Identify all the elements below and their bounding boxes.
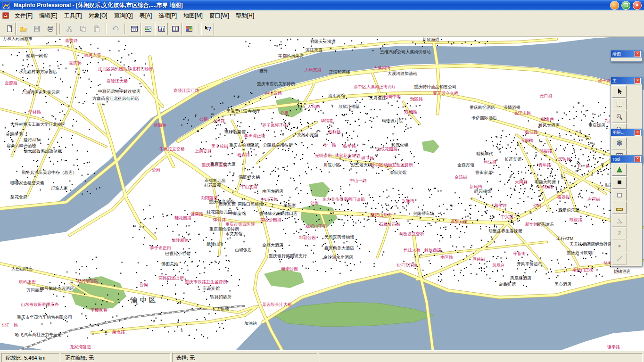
menu-map[interactable]: 地图[M] bbox=[180, 11, 206, 20]
toolbar-open-button[interactable] bbox=[17, 23, 29, 35]
map-window-icon[interactable] bbox=[2, 12, 9, 19]
menu-tools[interactable]: 工具[T] bbox=[61, 11, 85, 20]
map-label: 嘉滨路 bbox=[69, 61, 82, 66]
printer-icon bbox=[47, 25, 54, 33]
toolbar-separator bbox=[124, 24, 125, 34]
palette-layers-close-button[interactable]: × bbox=[635, 130, 641, 136]
palette-main-marquee-button[interactable] bbox=[612, 98, 627, 110]
palette-tool-runner-button[interactable] bbox=[612, 164, 627, 176]
map-label: 体育路 bbox=[213, 217, 226, 222]
map-label: 守备街 bbox=[513, 251, 526, 256]
map-label: 两路口派出所 bbox=[158, 276, 184, 280]
map-label: 南纪门正街 bbox=[572, 268, 594, 272]
palette-tool-blacksquare-button[interactable] bbox=[612, 176, 627, 189]
map-label: 容豪六味合酒楼 bbox=[7, 143, 36, 148]
restore-button[interactable] bbox=[621, 1, 630, 10]
map-label: 正清和茶楼 bbox=[329, 70, 350, 74]
district-label: 渝中区 bbox=[131, 296, 158, 304]
palette-tool-close-button[interactable]: × bbox=[635, 156, 641, 162]
map-label: 金鑫宾馆 bbox=[499, 282, 516, 287]
toolbar-new-browser-button[interactable] bbox=[128, 23, 140, 35]
app-icon bbox=[2, 1, 10, 9]
map-label: 胜利路 bbox=[328, 130, 341, 134]
map-label: 渝大邮政局邮政储蓄 bbox=[24, 149, 62, 154]
undo-icon bbox=[112, 25, 119, 33]
window-title: MapInfo Professional - [休闲娱乐,文化媒体,市区综合,.… bbox=[14, 1, 608, 9]
palette-main-titlebar[interactable]: 主× bbox=[611, 77, 642, 84]
palette-drawing-titlebar[interactable]: 绘图× bbox=[611, 50, 642, 58]
map-label: 勤务兵汽车美容中心（总店） bbox=[22, 170, 77, 175]
menu-help[interactable]: 帮助[H] bbox=[232, 11, 257, 20]
map-label: 三维汽修公司大溪沟快修站 bbox=[380, 49, 431, 54]
map-label: 沧白路 bbox=[540, 93, 553, 98]
toolbar-new-graph-button[interactable] bbox=[155, 23, 168, 35]
map-label: 重庆必可饮料厂 bbox=[567, 250, 596, 255]
title-bar[interactable]: MapInfo Professional - [休闲娱乐,文化媒体,市区综合,.… bbox=[0, 0, 644, 10]
map-label: 菜袁路 bbox=[112, 329, 125, 334]
layers-icon bbox=[616, 140, 623, 147]
map-label: 誉田家居 bbox=[475, 170, 492, 175]
status-editing[interactable]: 正在编辑: 无 bbox=[61, 353, 171, 362]
map-label: 五四路 bbox=[520, 138, 533, 143]
status-zoom[interactable]: 缩放比: 5.464 km bbox=[1, 353, 59, 362]
map-label: 重庆市铁路卫生监督所 bbox=[185, 280, 227, 284]
menu-edit[interactable]: 编辑[E] bbox=[36, 11, 61, 20]
menu-query[interactable]: 查询[Q] bbox=[111, 11, 136, 20]
palette-tool-dot-button bbox=[612, 240, 627, 252]
map-label: 凤凰台 bbox=[492, 263, 505, 268]
palette-main-close-button[interactable]: × bbox=[635, 78, 641, 84]
palette-tool: Tool×Z bbox=[611, 155, 643, 266]
map-label: 南国大酒店 bbox=[262, 189, 283, 194]
toolbar-new-map-button[interactable] bbox=[141, 23, 154, 35]
toolbar-help-button[interactable]: ? bbox=[201, 23, 214, 35]
map-label: 凤凰楼酒店 bbox=[510, 276, 531, 280]
map-label: 工行ATM bbox=[556, 236, 573, 241]
map-label: 山城饭店 bbox=[235, 247, 252, 252]
map-label: 万和大药房超市 bbox=[3, 37, 33, 41]
map-label: 金沙洲水岸酒店 bbox=[323, 255, 353, 260]
toolbar-print-button[interactable] bbox=[44, 23, 57, 35]
map-label: 琪轩名菜馆 bbox=[224, 130, 246, 134]
map-label: 长谊宾馆 bbox=[504, 157, 521, 162]
map-area: 嘉华路渝开发华新小区万和大药房超市星期一宾馆渝澳大道嘉滨路水泊渔村东方家园店江北… bbox=[0, 37, 644, 350]
map-label: 人民路 bbox=[212, 118, 225, 123]
status-selection[interactable]: 选择: 无 bbox=[172, 353, 317, 362]
dot-icon bbox=[616, 242, 623, 250]
palette-tool-whitesquare-button[interactable] bbox=[612, 189, 627, 201]
toolbar-new-button[interactable] bbox=[3, 23, 16, 35]
districtwin-icon bbox=[185, 25, 193, 33]
palette-tool-ruler-button[interactable] bbox=[612, 202, 627, 214]
map-label: 开风平价超市 bbox=[517, 262, 542, 266]
map-label: 民生路 bbox=[484, 159, 496, 164]
menu-table[interactable]: 表[A] bbox=[136, 11, 156, 20]
minimize-button[interactable]: – bbox=[610, 1, 619, 10]
map-label: 牛角沱立交桥 bbox=[159, 147, 185, 151]
map-label: 哪哪家金猪誉荣斋 bbox=[10, 181, 44, 185]
menu-file[interactable]: 文件[F] bbox=[11, 11, 36, 20]
map-label: 长江大桥 bbox=[404, 247, 421, 252]
menu-window[interactable]: 窗口[W] bbox=[206, 11, 232, 20]
palette-drawing-close-button[interactable]: × bbox=[635, 51, 641, 57]
palette-main-zoomin-button[interactable] bbox=[612, 111, 627, 123]
map-label: 临江路 bbox=[525, 130, 538, 134]
map-label: 桂花园幼儿园 bbox=[206, 210, 232, 214]
map-label: 精英年代 bbox=[476, 151, 493, 156]
palette-main-arrow-button[interactable] bbox=[612, 85, 627, 98]
map-label: 大坪村重庆工商大学江北校区 bbox=[10, 122, 66, 127]
map-label: 新欣渔港 bbox=[422, 37, 439, 42]
map-label: 华福巷 bbox=[321, 118, 333, 123]
map-canvas[interactable]: 嘉华路渝开发华新小区万和大药房超市星期一宾馆渝澳大道嘉滨路水泊渔村东方家园店江北… bbox=[0, 37, 644, 350]
palette-drawing-title: 绘图 bbox=[612, 51, 633, 57]
toolbar-new-layout-button[interactable] bbox=[169, 23, 182, 35]
map-label: 公厕 bbox=[310, 200, 319, 205]
palette-layers-titlebar[interactable]: 图层...× bbox=[611, 129, 642, 136]
menu-objects[interactable]: 对象[O] bbox=[85, 11, 111, 20]
palette-layers-layers-button[interactable] bbox=[612, 137, 627, 149]
toolbar-new-redistrict-button[interactable] bbox=[182, 23, 195, 35]
palette-tool-titlebar[interactable]: Tool× bbox=[611, 156, 642, 163]
map-label: 两路口照相馆 bbox=[238, 202, 263, 206]
menu-options[interactable]: 选项[P] bbox=[155, 11, 180, 20]
map-label: 渝中区动物卫生监督所 bbox=[371, 163, 413, 167]
close-button[interactable]: × bbox=[633, 1, 642, 10]
map-label: 重庆市第四医院 bbox=[225, 222, 255, 227]
